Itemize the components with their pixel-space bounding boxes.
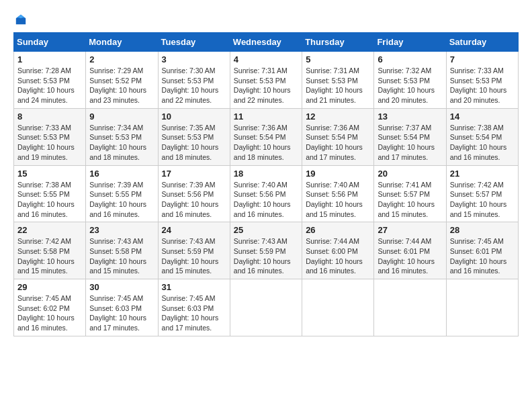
day-number: 5	[306, 54, 370, 64]
calendar-cell: 8 Sunrise: 7:33 AM Sunset: 5:53 PM Dayli…	[14, 108, 86, 165]
day-info: Sunrise: 7:40 AM Sunset: 5:56 PM Dayligh…	[306, 180, 370, 220]
calendar-cell	[374, 279, 446, 336]
day-info: Sunrise: 7:45 AM Sunset: 6:03 PM Dayligh…	[162, 293, 226, 333]
day-info: Sunrise: 7:45 AM Sunset: 6:03 PM Dayligh…	[89, 293, 154, 333]
day-number: 7	[450, 54, 515, 64]
calendar-cell	[302, 279, 374, 336]
calendar-cell: 28 Sunrise: 7:45 AM Sunset: 6:01 PM Dayl…	[446, 222, 518, 279]
calendar-cell: 20 Sunrise: 7:41 AM Sunset: 5:57 PM Dayl…	[374, 165, 446, 222]
calendar-week-row: 8 Sunrise: 7:33 AM Sunset: 5:53 PM Dayli…	[14, 108, 519, 165]
calendar-cell: 17 Sunrise: 7:39 AM Sunset: 5:56 PM Dayl…	[158, 165, 230, 222]
day-number: 20	[378, 169, 442, 179]
day-info: Sunrise: 7:29 AM Sunset: 5:52 PM Dayligh…	[89, 66, 154, 105]
day-number: 30	[89, 282, 154, 292]
calendar-cell: 5 Sunrise: 7:31 AM Sunset: 5:53 PM Dayli…	[302, 52, 374, 109]
day-info: Sunrise: 7:41 AM Sunset: 5:57 PM Dayligh…	[378, 180, 442, 220]
calendar-week-row: 1 Sunrise: 7:28 AM Sunset: 5:53 PM Dayli…	[14, 52, 519, 109]
calendar-week-row: 15 Sunrise: 7:38 AM Sunset: 5:55 PM Dayl…	[14, 165, 519, 222]
day-number: 21	[450, 169, 515, 179]
calendar-cell: 7 Sunrise: 7:33 AM Sunset: 5:53 PM Dayli…	[446, 52, 518, 109]
day-info: Sunrise: 7:40 AM Sunset: 5:56 PM Dayligh…	[234, 180, 298, 220]
day-number: 2	[89, 54, 154, 64]
calendar-cell: 14 Sunrise: 7:38 AM Sunset: 5:54 PM Dayl…	[446, 108, 518, 165]
day-number: 25	[234, 225, 298, 235]
day-number: 13	[378, 111, 442, 122]
calendar-week-row: 29 Sunrise: 7:45 AM Sunset: 6:02 PM Dayl…	[14, 279, 519, 336]
weekday-header-sunday: Sunday	[14, 33, 86, 52]
calendar-cell: 31 Sunrise: 7:45 AM Sunset: 6:03 PM Dayl…	[158, 279, 230, 336]
day-info: Sunrise: 7:45 AM Sunset: 6:02 PM Dayligh…	[17, 293, 82, 333]
day-number: 19	[306, 169, 370, 179]
day-number: 12	[306, 111, 370, 122]
day-number: 16	[89, 169, 154, 179]
calendar-cell: 27 Sunrise: 7:44 AM Sunset: 6:01 PM Dayl…	[374, 222, 446, 279]
day-info: Sunrise: 7:31 AM Sunset: 5:53 PM Dayligh…	[306, 66, 370, 105]
page-header	[13, 13, 519, 26]
day-info: Sunrise: 7:43 AM Sunset: 5:59 PM Dayligh…	[162, 236, 226, 276]
day-number: 24	[162, 225, 226, 235]
weekday-header-thursday: Thursday	[302, 33, 374, 52]
day-info: Sunrise: 7:45 AM Sunset: 6:01 PM Dayligh…	[450, 236, 515, 276]
day-info: Sunrise: 7:35 AM Sunset: 5:53 PM Dayligh…	[162, 123, 226, 163]
day-number: 29	[17, 282, 82, 292]
calendar-cell: 19 Sunrise: 7:40 AM Sunset: 5:56 PM Dayl…	[302, 165, 374, 222]
calendar-cell: 29 Sunrise: 7:45 AM Sunset: 6:02 PM Dayl…	[14, 279, 86, 336]
calendar-cell: 1 Sunrise: 7:28 AM Sunset: 5:53 PM Dayli…	[14, 52, 86, 109]
calendar-week-row: 22 Sunrise: 7:42 AM Sunset: 5:58 PM Dayl…	[14, 222, 519, 279]
day-info: Sunrise: 7:36 AM Sunset: 5:54 PM Dayligh…	[234, 123, 298, 163]
day-number: 1	[17, 54, 82, 64]
day-info: Sunrise: 7:38 AM Sunset: 5:55 PM Dayligh…	[17, 180, 82, 220]
calendar-cell: 15 Sunrise: 7:38 AM Sunset: 5:55 PM Dayl…	[14, 165, 86, 222]
calendar-cell: 12 Sunrise: 7:36 AM Sunset: 5:54 PM Dayl…	[302, 108, 374, 165]
calendar-header-row: SundayMondayTuesdayWednesdayThursdayFrid…	[14, 33, 519, 52]
day-number: 11	[234, 111, 298, 122]
day-number: 27	[378, 225, 442, 235]
day-info: Sunrise: 7:43 AM Sunset: 5:59 PM Dayligh…	[234, 236, 298, 276]
calendar-cell	[230, 279, 302, 336]
calendar-cell: 23 Sunrise: 7:43 AM Sunset: 5:58 PM Dayl…	[86, 222, 158, 279]
weekday-header-tuesday: Tuesday	[158, 33, 230, 52]
calendar-cell: 2 Sunrise: 7:29 AM Sunset: 5:52 PM Dayli…	[86, 52, 158, 109]
day-info: Sunrise: 7:37 AM Sunset: 5:54 PM Dayligh…	[378, 123, 442, 163]
day-info: Sunrise: 7:39 AM Sunset: 5:56 PM Dayligh…	[162, 180, 226, 220]
calendar-cell: 21 Sunrise: 7:42 AM Sunset: 5:57 PM Dayl…	[446, 165, 518, 222]
calendar-cell: 22 Sunrise: 7:42 AM Sunset: 5:58 PM Dayl…	[14, 222, 86, 279]
day-info: Sunrise: 7:42 AM Sunset: 5:58 PM Dayligh…	[17, 236, 82, 276]
day-number: 14	[450, 111, 515, 122]
day-number: 31	[162, 282, 226, 292]
calendar-cell: 25 Sunrise: 7:43 AM Sunset: 5:59 PM Dayl…	[230, 222, 302, 279]
weekday-header-wednesday: Wednesday	[230, 33, 302, 52]
calendar-cell: 13 Sunrise: 7:37 AM Sunset: 5:54 PM Dayl…	[374, 108, 446, 165]
logo	[13, 13, 27, 26]
day-info: Sunrise: 7:28 AM Sunset: 5:53 PM Dayligh…	[17, 66, 82, 105]
day-number: 15	[17, 169, 82, 179]
calendar-cell	[446, 279, 518, 336]
day-number: 17	[162, 169, 226, 179]
day-number: 26	[306, 225, 370, 235]
day-number: 18	[234, 169, 298, 179]
day-info: Sunrise: 7:38 AM Sunset: 5:54 PM Dayligh…	[450, 123, 515, 163]
calendar-table: SundayMondayTuesdayWednesdayThursdayFrid…	[13, 32, 519, 336]
weekday-header-monday: Monday	[86, 33, 158, 52]
calendar-cell: 3 Sunrise: 7:30 AM Sunset: 5:53 PM Dayli…	[158, 52, 230, 109]
day-info: Sunrise: 7:33 AM Sunset: 5:53 PM Dayligh…	[450, 66, 515, 105]
day-number: 6	[378, 54, 442, 64]
day-info: Sunrise: 7:36 AM Sunset: 5:54 PM Dayligh…	[306, 123, 370, 163]
day-number: 10	[162, 111, 226, 122]
calendar-cell: 6 Sunrise: 7:32 AM Sunset: 5:53 PM Dayli…	[374, 52, 446, 109]
day-number: 28	[450, 225, 515, 235]
calendar-cell: 9 Sunrise: 7:34 AM Sunset: 5:53 PM Dayli…	[86, 108, 158, 165]
calendar-cell: 16 Sunrise: 7:39 AM Sunset: 5:55 PM Dayl…	[86, 165, 158, 222]
weekday-header-friday: Friday	[374, 33, 446, 52]
day-number: 22	[17, 225, 82, 235]
day-number: 9	[89, 111, 154, 122]
calendar-body: 1 Sunrise: 7:28 AM Sunset: 5:53 PM Dayli…	[14, 52, 519, 336]
calendar-cell: 18 Sunrise: 7:40 AM Sunset: 5:56 PM Dayl…	[230, 165, 302, 222]
day-info: Sunrise: 7:34 AM Sunset: 5:53 PM Dayligh…	[89, 123, 154, 163]
logo-icon	[15, 13, 27, 26]
calendar-cell: 10 Sunrise: 7:35 AM Sunset: 5:53 PM Dayl…	[158, 108, 230, 165]
day-info: Sunrise: 7:43 AM Sunset: 5:58 PM Dayligh…	[89, 236, 154, 276]
day-info: Sunrise: 7:31 AM Sunset: 5:53 PM Dayligh…	[234, 66, 298, 105]
calendar-cell: 4 Sunrise: 7:31 AM Sunset: 5:53 PM Dayli…	[230, 52, 302, 109]
day-info: Sunrise: 7:30 AM Sunset: 5:53 PM Dayligh…	[162, 66, 226, 105]
